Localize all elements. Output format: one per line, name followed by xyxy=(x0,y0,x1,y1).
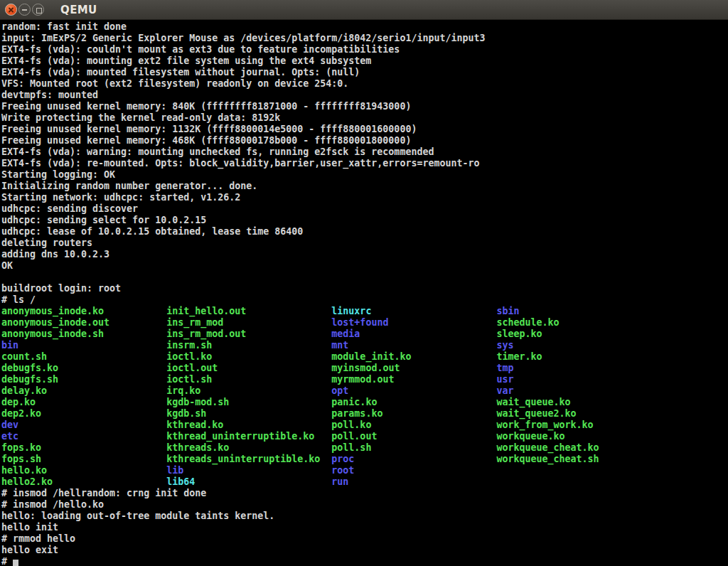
terminal-line: Write protecting the kernel read-only da… xyxy=(1,112,728,124)
terminal-line: EXT4-fs (vda): warning: mounting uncheck… xyxy=(1,146,728,158)
terminal-line: count.sh ioctl.ko module_init.ko timer.k… xyxy=(1,351,728,363)
terminal-text: OK xyxy=(1,260,13,271)
file-entry: anonymous_inode.ko xyxy=(1,306,104,316)
file-entry: root xyxy=(331,465,354,476)
terminal-line: hello: loading out-of-tree module taints… xyxy=(1,511,728,522)
file-entry: sleep.ko xyxy=(497,329,542,339)
file-entry: run xyxy=(331,476,348,487)
file-entry: usr xyxy=(497,374,514,385)
terminal-text: EXT4-fs (vda): mounting ext2 file system… xyxy=(1,55,371,66)
terminal-cursor xyxy=(13,560,18,566)
terminal-text xyxy=(200,385,331,396)
terminal-line: udhcpc: sending select for 10.0.2.15 xyxy=(1,215,728,226)
terminal-text: # rmmod hello xyxy=(1,533,75,544)
file-entry: lib xyxy=(166,465,183,476)
window-titlebar: QEMU xyxy=(0,0,728,20)
terminal-text xyxy=(212,340,331,351)
window-title: QEMU xyxy=(60,4,97,16)
terminal-text xyxy=(109,317,166,328)
terminal-text: VFS: Mounted root (ext2 filesystem) read… xyxy=(1,78,348,89)
file-entry: kthread.ko xyxy=(166,420,223,430)
terminal-text xyxy=(41,408,166,419)
window-maximize-button[interactable] xyxy=(32,4,44,16)
terminal-text: devtmpfs: mounted xyxy=(1,90,98,100)
terminal-text xyxy=(58,363,166,373)
terminal-text: hello exit xyxy=(1,545,58,555)
file-entry: kthreads.ko xyxy=(166,442,229,453)
terminal-text xyxy=(218,363,331,373)
terminal-line: # xyxy=(1,556,728,566)
window-close-button[interactable] xyxy=(5,4,17,16)
terminal-text: hello init xyxy=(1,522,58,533)
terminal-text: hello: loading out-of-tree module taints… xyxy=(1,511,274,521)
window-minimize-button[interactable] xyxy=(18,4,31,16)
file-entry: anonymous_inode.sh xyxy=(1,329,104,339)
terminal-text: input: ImExPS/2 Generic Explorer Mouse a… xyxy=(1,33,485,43)
terminal-output[interactable]: random: fast init doneinput: ImExPS/2 Ge… xyxy=(0,20,728,566)
terminal-line: udhcpc: sending discover xyxy=(1,203,728,215)
file-entry: hello2.ko xyxy=(1,476,53,487)
file-entry: irq.ko xyxy=(166,385,200,396)
terminal-text xyxy=(320,454,331,464)
file-entry: ioctl.sh xyxy=(166,374,212,385)
terminal-line: dep2.ko kgdb.sh params.ko wait_queue2.ko xyxy=(1,408,728,420)
terminal-line: EXT4-fs (vda): mounted filesystem withou… xyxy=(1,67,728,78)
terminal-text: Starting network: udhcpc: started, v1.26… xyxy=(1,192,240,203)
file-entry: ins_rm_mod.out xyxy=(166,329,246,339)
file-entry: tmp xyxy=(497,363,514,373)
terminal-text: # xyxy=(1,556,13,566)
terminal-line: adding dns 10.0.2.3 xyxy=(1,249,728,260)
terminal-text: # ls / xyxy=(1,294,36,305)
file-entry: kgdb-mod.sh xyxy=(166,397,229,407)
terminal-text xyxy=(388,317,496,328)
terminal-line: VFS: Mounted root (ext2 filesystem) read… xyxy=(1,78,728,90)
terminal-line: devtmpfs: mounted xyxy=(1,90,728,101)
terminal-line: input: ImExPS/2 Generic Explorer Mouse a… xyxy=(1,33,728,44)
terminal-text xyxy=(47,385,166,396)
file-entry: sys xyxy=(497,340,514,351)
terminal-text: random: fast init done xyxy=(1,21,127,32)
terminal-line: EXT4-fs (vda): re-mounted. Opts: block_v… xyxy=(1,158,728,169)
terminal-text xyxy=(41,442,166,453)
terminal-text xyxy=(348,385,496,396)
terminal-text xyxy=(223,317,331,328)
file-entry: bin xyxy=(1,340,18,351)
file-entry: delay.ko xyxy=(1,385,47,396)
terminal-line: Freeing unused kernel memory: 468K (ffff… xyxy=(1,135,728,146)
terminal-text xyxy=(400,363,496,373)
terminal-text xyxy=(58,374,166,385)
file-entry: init_hello.out xyxy=(166,306,246,316)
file-entry: panic.ko xyxy=(331,397,377,407)
terminal-text: Freeing unused kernel memory: 840K (ffff… xyxy=(1,101,411,112)
file-entry: linuxrc xyxy=(331,306,371,316)
file-entry: ioctl.out xyxy=(166,363,218,373)
terminal-line: # insmod /hello.ko xyxy=(1,499,728,511)
file-entry: lib64 xyxy=(166,476,195,487)
file-entry: workqueue.ko xyxy=(497,431,565,442)
file-entry: count.sh xyxy=(1,351,47,362)
terminal-line: EXT4-fs (vda): couldn't mount as ext3 du… xyxy=(1,44,728,55)
file-entry: poll.ko xyxy=(331,420,371,430)
terminal-text xyxy=(223,420,331,430)
file-entry: fops.ko xyxy=(1,442,41,453)
terminal-line: debugfs.ko ioctl.out myinsmod.out tmp xyxy=(1,363,728,374)
terminal-line xyxy=(1,272,728,283)
file-entry: debugfs.sh xyxy=(1,374,58,385)
terminal-text xyxy=(246,306,331,316)
file-entry: var xyxy=(497,385,514,396)
file-entry: dep.ko xyxy=(1,397,36,407)
file-entry: myrmmod.out xyxy=(331,374,394,385)
terminal-text xyxy=(183,465,331,476)
terminal-text xyxy=(104,306,166,316)
terminal-text: Freeing unused kernel memory: 1132K (fff… xyxy=(1,124,417,134)
file-entry: opt xyxy=(331,385,348,396)
terminal-line: # insmod /hellrandom: crng init done xyxy=(1,488,728,499)
terminal-line: dev kthread.ko poll.ko work_from_work.ko xyxy=(1,420,728,431)
file-entry: lost+found xyxy=(331,317,388,328)
terminal-text: deleting routers xyxy=(1,237,92,248)
file-entry: kthread_uninterruptible.ko xyxy=(166,431,314,442)
terminal-text xyxy=(195,476,331,487)
file-entry: poll.out xyxy=(331,431,377,442)
terminal-text xyxy=(371,442,496,453)
terminal-line: delay.ko irq.ko opt var xyxy=(1,385,728,397)
